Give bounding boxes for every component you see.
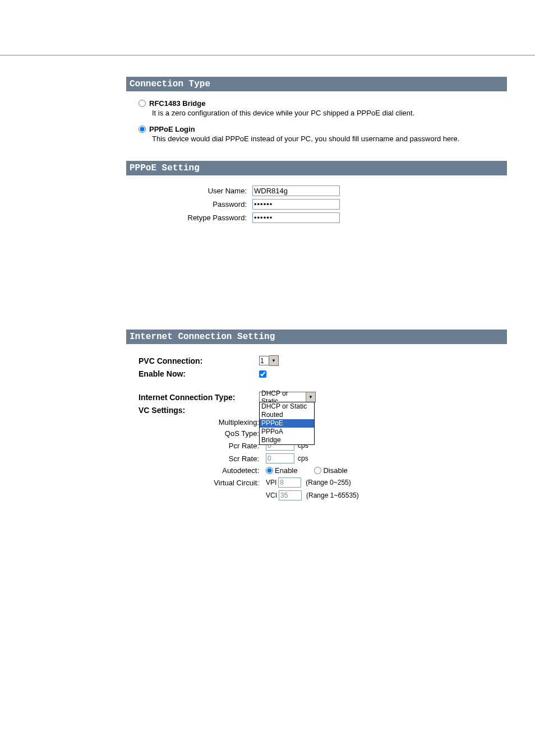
internet-connection-setting-header: Internet Connection Setting xyxy=(126,330,507,344)
vpi-range: (Range 0~255) xyxy=(306,479,350,486)
retype-password-input[interactable] xyxy=(252,212,340,223)
dropdown-item-bridge[interactable]: Bridge xyxy=(260,436,314,444)
password-input[interactable] xyxy=(252,199,340,210)
scr-unit: cps xyxy=(298,454,308,462)
rfc1483-bridge-radio[interactable] xyxy=(139,100,146,107)
password-label: Password: xyxy=(160,200,252,208)
username-label: User Name: xyxy=(160,187,252,195)
username-input[interactable] xyxy=(252,185,340,196)
autodetect-label: Autodetect: xyxy=(139,466,266,475)
dropdown-item-pppoa[interactable]: PPPoA xyxy=(260,428,314,436)
enable-now-label: Enable Now: xyxy=(139,369,259,378)
autodetect-enable-radio[interactable] xyxy=(266,467,273,474)
pppoe-setting-header: PPPoE Setting xyxy=(126,161,507,175)
virtual-circuit-label: Virtual Circuit: xyxy=(139,479,266,487)
vpi-input[interactable] xyxy=(278,477,301,488)
pvc-connection-label: PVC Connection: xyxy=(139,356,259,365)
retype-password-label: Retype Password: xyxy=(160,214,252,222)
pcr-rate-label: Pcr Rate: xyxy=(139,442,266,450)
qos-type-label: QoS Type: xyxy=(139,429,266,438)
connection-type-header: Connection Type xyxy=(126,77,507,91)
rfc1483-bridge-label: RFC1483 Bridge xyxy=(149,99,205,108)
enable-option-label: Enable xyxy=(275,466,297,475)
internet-connection-type-select[interactable]: DHCP or Static ▼ xyxy=(259,392,316,402)
vpi-label: VPI xyxy=(266,479,276,486)
chevron-down-icon: ▼ xyxy=(306,392,315,402)
multiplexing-label: Multiplexing: xyxy=(139,418,266,426)
dropdown-item-pppoe[interactable]: PPPoE xyxy=(260,419,314,428)
quoted-text: " " xyxy=(126,287,507,296)
pvc-connection-select[interactable]: 1 ▼ xyxy=(259,355,279,366)
vc-settings-label: VC Settings: xyxy=(139,406,259,415)
vci-range: (Range 1~65535) xyxy=(306,491,359,499)
pppoe-login-label: PPPoE Login xyxy=(149,125,195,133)
autodetect-disable-radio[interactable] xyxy=(314,467,321,474)
vci-label: VCI xyxy=(266,491,277,499)
rfc1483-bridge-desc: It is a zero configuration of this devic… xyxy=(152,109,507,117)
dropdown-item-dhcp[interactable]: DHCP or Static xyxy=(260,402,314,411)
pppoe-login-radio[interactable] xyxy=(139,126,146,133)
internet-connection-type-dropdown: DHCP or Static Routed PPPoE PPPoA Bridge xyxy=(259,402,315,445)
vci-input[interactable] xyxy=(279,490,302,500)
internet-connection-type-label: Internet Connection Type: xyxy=(139,393,259,402)
disable-option-label: Disable xyxy=(323,466,347,475)
scr-rate-label: Scr Rate: xyxy=(139,454,266,463)
pppoe-login-desc: This device would dial PPPoE instead of … xyxy=(152,134,507,143)
chevron-down-icon: ▼ xyxy=(269,355,279,366)
enable-now-checkbox[interactable] xyxy=(259,370,266,378)
scr-rate-input[interactable] xyxy=(266,453,294,463)
dropdown-item-routed[interactable]: Routed xyxy=(260,411,314,419)
